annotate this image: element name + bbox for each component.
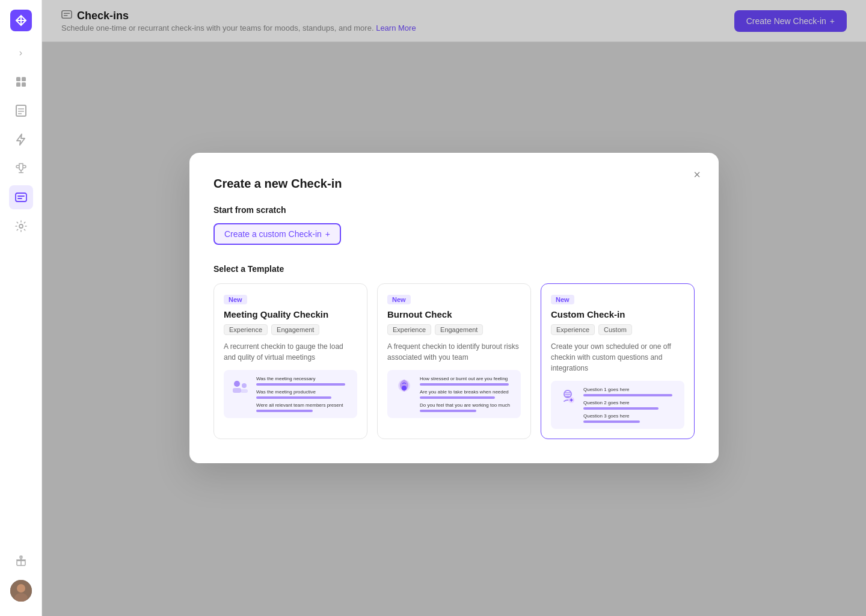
- sidebar-expand-button[interactable]: ›: [14, 46, 28, 60]
- burnout-preview-icon: [395, 376, 414, 395]
- template-preview-burnout: How stressed or burnt out are you feelin…: [387, 370, 521, 418]
- custom-preview-icon: [558, 387, 577, 406]
- svg-rect-22: [241, 389, 248, 393]
- svg-rect-2: [22, 77, 26, 81]
- svg-rect-5: [16, 105, 26, 116]
- svg-point-19: [234, 381, 240, 387]
- sidebar-item-trophy[interactable]: [9, 156, 33, 180]
- template-section-label: Select a Template: [213, 264, 695, 274]
- template-title-burnout: Burnout Check: [387, 309, 521, 319]
- svg-rect-11: [16, 193, 26, 202]
- create-custom-button[interactable]: Create a custom Check-in +: [213, 223, 341, 245]
- user-avatar[interactable]: [10, 580, 32, 602]
- template-tags-custom: Experience Custom: [551, 324, 684, 335]
- template-tags-burnout: Experience Engagement: [387, 324, 521, 335]
- plus-icon-custom: +: [325, 229, 330, 239]
- modal-overlay: × Create a new Check-in Start from scrat…: [42, 0, 866, 616]
- template-card-burnout[interactable]: New Burnout Check Experience Engagement …: [377, 283, 531, 439]
- svg-rect-1: [16, 77, 20, 81]
- template-title-custom: Custom Check-in: [551, 309, 684, 319]
- template-tags-meeting: Experience Engagement: [224, 324, 357, 335]
- burnout-preview-lines: How stressed or burnt out are you feelin…: [420, 376, 514, 412]
- sidebar-item-checkins[interactable]: [9, 185, 33, 209]
- template-desc-burnout: A frequent checkin to identify burout ri…: [387, 341, 521, 363]
- templates-grid: New Meeting Quality Checkin Experience E…: [213, 283, 695, 439]
- tag-experience-meeting: Experience: [224, 324, 268, 335]
- sidebar-bottom: [9, 549, 33, 606]
- sidebar-item-dashboard[interactable]: [9, 70, 33, 94]
- tag-engagement-burnout: Engagement: [435, 324, 483, 335]
- svg-rect-20: [233, 388, 241, 393]
- sidebar-item-settings[interactable]: [9, 214, 33, 238]
- svg-rect-4: [22, 82, 26, 87]
- template-preview-meeting: Was the meeting necessary Was the meetin…: [224, 370, 357, 418]
- badge-new-burnout: New: [387, 295, 411, 304]
- template-card-meeting-quality[interactable]: New Meeting Quality Checkin Experience E…: [213, 283, 367, 439]
- modal-title: Create a new Check-in: [213, 177, 695, 191]
- template-desc-custom: Create your own scheduled or one off che…: [551, 341, 684, 374]
- meeting-preview-lines: Was the meeting necessary Was the meetin…: [256, 376, 350, 412]
- sidebar-item-gift[interactable]: [9, 549, 33, 573]
- custom-preview-lines: Question 1 goes here Question 2 goes her…: [583, 387, 677, 423]
- svg-point-12: [19, 224, 23, 228]
- create-checkin-modal: × Create a new Check-in Start from scrat…: [189, 153, 719, 463]
- sidebar-item-lightning[interactable]: [9, 128, 33, 152]
- modal-close-button[interactable]: ×: [687, 165, 707, 184]
- sidebar-item-docs[interactable]: [9, 99, 33, 123]
- close-icon: ×: [693, 168, 701, 182]
- sidebar-nav: [9, 70, 33, 549]
- template-preview-custom: Question 1 goes here Question 2 goes her…: [551, 381, 684, 429]
- badge-new-custom: New: [551, 295, 574, 304]
- tag-experience-custom: Experience: [551, 324, 595, 335]
- scratch-section-label: Start from scratch: [213, 205, 695, 215]
- tag-engagement-meeting: Engagement: [271, 324, 319, 335]
- main-content: Check-ins Schedule one-time or recurrant…: [42, 0, 866, 616]
- app-logo: [10, 10, 32, 31]
- svg-point-24: [402, 386, 407, 390]
- template-card-custom[interactable]: New Custom Check-in Experience Custom Cr…: [541, 283, 695, 439]
- template-desc-meeting: A recurrent checkin to gauge the load an…: [224, 341, 357, 363]
- svg-point-21: [242, 383, 247, 388]
- badge-new-meeting: New: [224, 295, 247, 304]
- sidebar: ›: [0, 0, 42, 616]
- template-title-meeting: Meeting Quality Checkin: [224, 309, 357, 319]
- svg-point-16: [17, 584, 25, 593]
- tag-experience-burnout: Experience: [387, 324, 431, 335]
- svg-rect-3: [16, 82, 20, 87]
- tag-custom-custom: Custom: [598, 324, 632, 335]
- meeting-preview-icon: [231, 376, 250, 395]
